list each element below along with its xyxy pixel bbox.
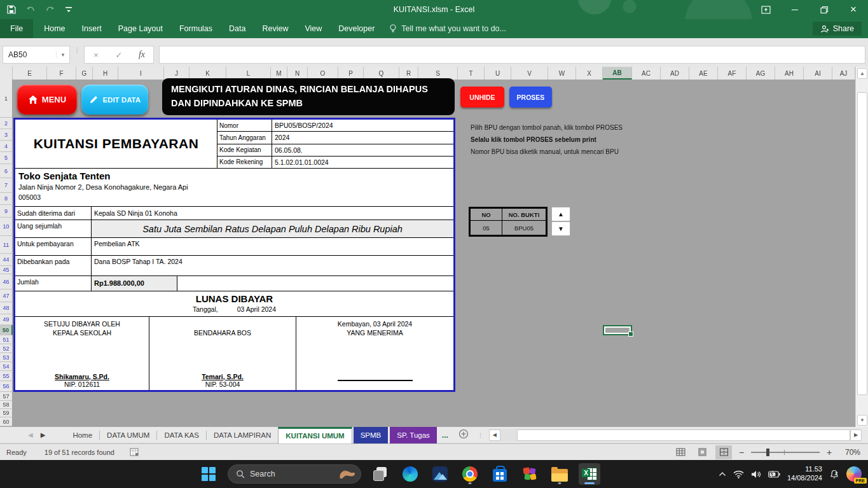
row-header-50[interactable]: 50 (0, 325, 13, 335)
vertical-scroll-thumb[interactable] (857, 92, 867, 395)
scroll-up-icon[interactable]: ▲ (857, 68, 867, 79)
excel-taskbar-button[interactable]: X (579, 463, 600, 485)
column-header-AB[interactable]: AB (603, 67, 632, 80)
photos-button[interactable] (429, 463, 451, 485)
fill-handle[interactable] (628, 331, 633, 337)
column-header-P[interactable]: P (338, 67, 364, 80)
battery-icon[interactable] (768, 471, 780, 478)
select-all-corner[interactable] (0, 67, 13, 80)
row-header-48[interactable]: 48 (0, 302, 13, 314)
field-value-amount-words[interactable]: Satu Juta Sembilan Ratus Delapan Puluh D… (92, 220, 453, 237)
row-header-59[interactable]: 59 (0, 409, 13, 417)
save-icon[interactable] (6, 4, 17, 15)
column-header-L[interactable]: L (226, 67, 271, 80)
column-header-G[interactable]: G (76, 67, 93, 80)
column-header-N[interactable]: N (287, 67, 308, 80)
meta-value-rekening[interactable]: 5.1.02.01.01.0024 (272, 157, 453, 168)
tell-me-box[interactable]: Tell me what you want to do... (389, 24, 506, 33)
scroll-left-icon[interactable]: ◀ (489, 429, 500, 441)
ribbon-display-options-icon[interactable] (751, 0, 780, 19)
row-header-52[interactable]: 52 (0, 344, 13, 353)
app-button[interactable] (519, 463, 541, 485)
restore-button[interactable] (809, 0, 839, 19)
column-header-AD[interactable]: AD (661, 67, 689, 80)
field-value-pembayaran[interactable]: Pembelian ATK (92, 238, 453, 255)
column-header-V[interactable]: V (511, 67, 548, 80)
tab-view[interactable]: View (296, 19, 330, 38)
row-header-45[interactable]: 45 (0, 266, 13, 274)
tab-home[interactable]: Home (36, 19, 73, 38)
sheet-tab-spmb[interactable]: SPMB (354, 427, 389, 443)
column-header-W[interactable]: W (548, 67, 576, 80)
sheet-tab-data-lampiran[interactable]: DATA LAMPIRAN (207, 427, 278, 443)
spinner-up-button[interactable]: ▲ (551, 207, 570, 221)
row-header-49[interactable]: 49 (0, 314, 13, 325)
field-value-dibebankan[interactable]: Dana BOSP Tahap I TA. 2024 (92, 256, 453, 275)
row-header-6[interactable]: 6 (0, 164, 13, 178)
zoom-in-button[interactable]: + (825, 447, 834, 457)
row-header-55[interactable]: 55 (0, 371, 13, 381)
row-header-4[interactable]: 4 (0, 141, 13, 152)
volume-icon[interactable] (751, 470, 761, 478)
tab-file[interactable]: File (0, 19, 33, 38)
zoom-slider-thumb[interactable] (766, 449, 769, 456)
tab-developer[interactable]: Developer (330, 19, 383, 38)
spinner-down-button[interactable]: ▼ (551, 221, 570, 236)
row-header-53[interactable]: 53 (0, 353, 13, 362)
row-header-56[interactable]: 56 (0, 381, 13, 392)
row-header-11[interactable]: 11 (0, 236, 13, 254)
name-box-dropdown-icon[interactable]: ▾ (56, 52, 69, 58)
meta-value-kegiatan[interactable]: 06.05.08. (272, 144, 453, 156)
row-header-7[interactable]: 7 (0, 178, 13, 193)
name-box[interactable]: AB50 ▾ (3, 46, 70, 64)
tab-page-layout[interactable]: Page Layout (110, 19, 171, 38)
column-header-F[interactable]: F (47, 67, 76, 80)
row-header-57[interactable]: 57 (0, 392, 13, 401)
add-sheet-icon[interactable] (458, 429, 469, 442)
cancel-entry-icon[interactable]: × (85, 50, 107, 60)
customize-toolbar-icon[interactable] (64, 4, 74, 15)
sheet-tab-sp-tugas[interactable]: SP. Tugas (390, 427, 437, 443)
column-header-U[interactable]: U (485, 67, 511, 80)
field-value-jumlah[interactable]: Rp1.988.000,00 (92, 276, 177, 291)
meta-value-tahun[interactable]: 2024 (272, 132, 453, 143)
wifi-icon[interactable] (733, 470, 744, 478)
tab-data[interactable]: Data (221, 19, 254, 38)
column-header-H[interactable]: H (93, 67, 118, 80)
row-header-3[interactable]: 3 (0, 129, 13, 141)
tab-insert[interactable]: Insert (74, 19, 110, 38)
zoom-level[interactable]: 70% (839, 448, 860, 457)
zoom-slider[interactable] (751, 446, 820, 459)
redo-icon[interactable] (45, 4, 55, 15)
close-button[interactable]: × (839, 0, 868, 19)
sheet-tab-overflow[interactable]: ... (442, 431, 448, 440)
sheet-scroll-right-icon[interactable]: ▶ (41, 431, 46, 438)
row-header-10[interactable]: 10 (0, 218, 13, 236)
row-header-2[interactable]: 2 (0, 118, 13, 129)
share-button[interactable]: Share (813, 22, 862, 36)
vertical-scrollbar[interactable]: ▲ ▼ (855, 67, 868, 427)
row-header-44[interactable]: 44 (0, 254, 13, 266)
column-header-R[interactable]: R (399, 67, 418, 80)
column-header-M[interactable]: M (271, 67, 287, 80)
unhide-button[interactable]: UNHIDE (460, 87, 504, 108)
minimize-button[interactable]: ─ (780, 0, 809, 19)
row-header-5[interactable]: 5 (0, 152, 13, 164)
row-header-54[interactable]: 54 (0, 362, 13, 371)
sheet-tab-data-umum[interactable]: DATA UMUM (100, 427, 156, 443)
insert-function-icon[interactable]: fx (130, 50, 153, 60)
column-header-AH[interactable]: AH (775, 67, 804, 80)
column-header-T[interactable]: T (458, 67, 485, 80)
column-header-Q[interactable]: Q (364, 67, 399, 80)
scroll-right-icon[interactable]: ▶ (850, 429, 862, 441)
selector-value-no-bukti[interactable]: BPU05 (502, 221, 546, 235)
column-header-J[interactable]: J (164, 67, 189, 80)
page-break-preview-icon[interactable] (715, 445, 732, 459)
undo-icon[interactable] (25, 4, 36, 15)
column-header-K[interactable]: K (189, 67, 226, 80)
chrome-button[interactable] (459, 463, 481, 485)
proses-button[interactable]: PROSES (509, 87, 552, 108)
column-header-O[interactable]: O (308, 67, 338, 80)
row-header-58[interactable]: 58 (0, 401, 13, 409)
column-header-E[interactable]: E (13, 67, 47, 80)
